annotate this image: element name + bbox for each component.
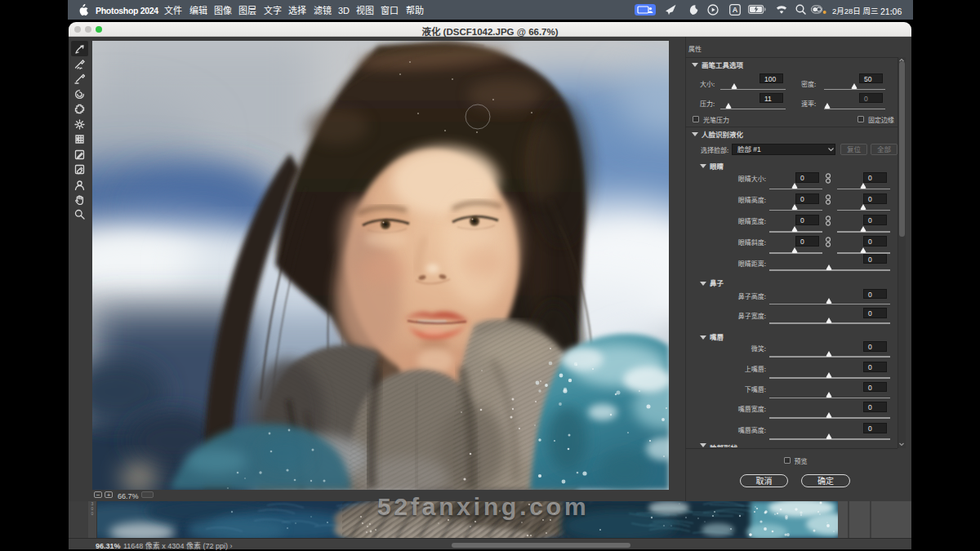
svg-text:A: A [733, 6, 738, 14]
